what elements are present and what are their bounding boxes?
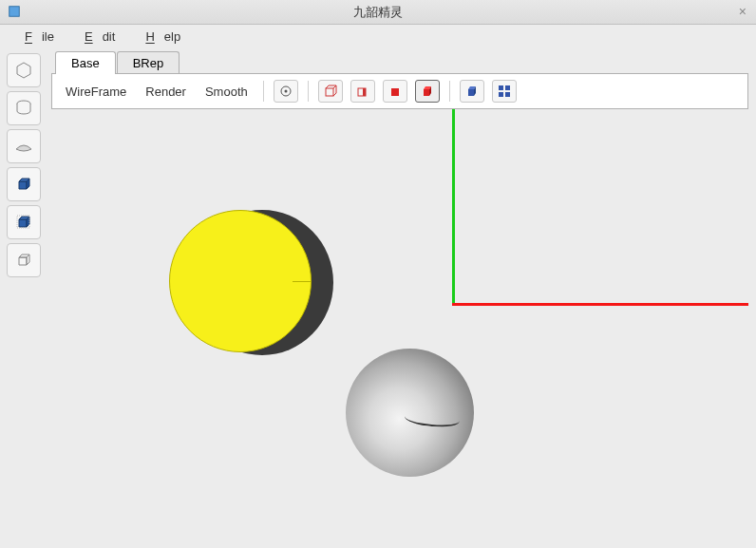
cube-wire-icon	[13, 250, 34, 271]
target-icon	[278, 84, 293, 99]
axis-y	[452, 109, 455, 306]
svg-marker-12	[27, 255, 29, 265]
viewport[interactable]	[51, 109, 748, 540]
content-area: Base BRep WireFrame Render Smooth	[47, 47, 756, 548]
sidebar	[0, 47, 47, 548]
mode-smooth[interactable]: Smooth	[199, 83, 254, 101]
svg-marker-27	[468, 89, 474, 96]
svg-marker-10	[19, 257, 27, 265]
svg-rect-30	[499, 85, 503, 90]
svg-marker-1	[17, 63, 30, 78]
separator	[263, 81, 264, 102]
titlebar: 九韶精灵 ×	[0, 0, 756, 25]
svg-marker-3	[19, 181, 27, 189]
axis-x	[452, 303, 748, 306]
sidebar-tool-box[interactable]	[7, 167, 41, 201]
view-halfwire[interactable]	[350, 80, 375, 103]
tab-base[interactable]: Base	[55, 51, 116, 74]
menu-edit[interactable]: Edit	[66, 28, 124, 46]
sphere-seam	[293, 281, 312, 282]
svg-point-14	[284, 90, 287, 93]
view-shaded[interactable]	[415, 80, 440, 103]
cube-wire-small-icon	[323, 84, 338, 99]
cube-solid-icon	[387, 84, 403, 99]
multi-cube-icon	[497, 84, 512, 99]
close-icon[interactable]: ×	[739, 4, 747, 19]
cylinder-icon	[13, 98, 34, 119]
cube-iso-icon	[464, 84, 480, 99]
menubar: File Edit Help	[0, 25, 756, 47]
hexagon-icon	[13, 60, 34, 81]
separator	[449, 81, 450, 102]
app-icon	[8, 5, 21, 18]
cube-half-icon	[355, 84, 370, 99]
window-title: 九韶精灵	[353, 4, 403, 21]
yellow-sphere[interactable]	[169, 210, 316, 357]
sidebar-tool-plane[interactable]	[7, 129, 41, 163]
tab-brep[interactable]: BRep	[117, 51, 180, 74]
sidebar-tool-revolve[interactable]	[7, 91, 41, 125]
svg-rect-15	[326, 88, 333, 96]
view-solid[interactable]	[383, 80, 407, 103]
sphere-face	[169, 210, 312, 352]
toolbar: WireFrame Render Smooth	[51, 73, 748, 109]
plane-icon	[13, 136, 34, 157]
sidebar-tool-sphere-outline[interactable]	[7, 243, 41, 277]
svg-marker-6	[19, 219, 27, 227]
svg-rect-0	[9, 7, 20, 17]
mode-render[interactable]: Render	[140, 83, 192, 101]
svg-rect-22	[363, 88, 366, 96]
view-iso[interactable]	[460, 80, 484, 103]
svg-rect-31	[505, 85, 510, 90]
sidebar-tool-sketch[interactable]	[7, 53, 41, 87]
sidebar-tool-box-outline[interactable]	[7, 205, 41, 239]
zoom-button[interactable]	[274, 80, 298, 103]
svg-rect-32	[499, 92, 503, 97]
svg-rect-33	[505, 92, 510, 97]
svg-marker-24	[424, 89, 429, 96]
tabs: Base BRep	[55, 51, 748, 74]
view-wire[interactable]	[318, 80, 343, 103]
menu-help[interactable]: Help	[126, 28, 190, 46]
cube-icon	[13, 174, 34, 195]
menu-file[interactable]: File	[6, 28, 64, 46]
sphere-equator	[404, 409, 460, 429]
cube-outline-icon	[13, 212, 34, 233]
cube-shaded-icon	[420, 84, 435, 99]
view-multi[interactable]	[492, 80, 517, 103]
mode-wireframe[interactable]: WireFrame	[60, 83, 132, 101]
svg-rect-23	[391, 88, 399, 96]
separator	[308, 81, 309, 102]
gray-sphere[interactable]	[346, 349, 474, 477]
